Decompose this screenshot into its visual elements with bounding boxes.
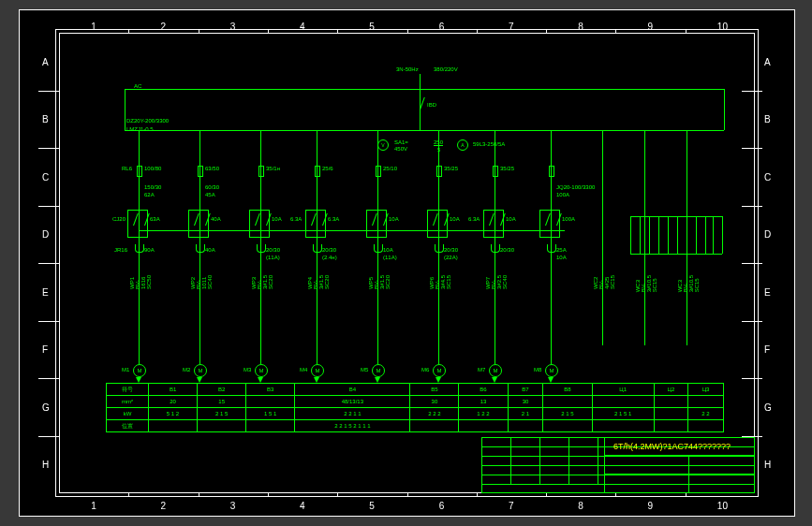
rating-label: 150/30 <box>144 184 161 190</box>
thermal-label: 40A <box>205 247 215 253</box>
zone-col-label: 5 <box>369 22 375 32</box>
wire-label: WP7 BV-3#2.5 SC40 <box>485 275 508 289</box>
drawing-title: 6T/h(4.2MW)?1AC744??????? <box>613 442 731 451</box>
zone-col-label: 7 <box>509 22 514 32</box>
rating-label: 60/30 <box>205 184 219 190</box>
zone-row-label: A <box>42 57 49 67</box>
spec2: LMZJ1-0.5 <box>126 126 154 132</box>
table-cell: 2 1 5 <box>198 408 246 420</box>
motor-icon: M <box>311 364 324 377</box>
parameter-table: 符号B1B2B3B4B5B6B7B8Ц1Ц2Ц3mm²201548/13/133… <box>106 383 724 432</box>
table-cell: 20 <box>149 396 198 408</box>
wire-label: WC3 BV-3#10.5 SC15 <box>635 275 657 292</box>
cad-canvas[interactable]: AABBCCDDEEFFGGHH 1122334455667788991010 … <box>19 9 795 517</box>
table-header-cell: 符号 <box>107 384 149 396</box>
branch-top-label: RL6 <box>122 166 132 171</box>
thermal-label: 10A <box>383 247 393 253</box>
wire-label: WC2 BV-4#25 SC15 <box>593 275 615 289</box>
zone-row-label: A <box>764 57 771 67</box>
rating-label: 35/25 <box>444 166 458 171</box>
bus-top <box>125 89 724 90</box>
rating-label: 100/80 <box>144 166 161 171</box>
zone-tick <box>615 493 616 497</box>
zone-row-label: F <box>764 344 770 355</box>
zone-col-label: 8 <box>578 501 583 511</box>
thermal-label: (2.4н) <box>322 255 337 260</box>
distribution-block <box>630 216 722 263</box>
zone-col-label: 3 <box>230 22 236 32</box>
thermal-label: 20/30 <box>444 247 458 253</box>
title-block: 6T/h(4.2MW)?1AC744??????? <box>481 437 755 493</box>
table-cell: 5 1 2 <box>149 408 198 420</box>
thermal-label: 25A <box>556 247 567 253</box>
table-cell: 48/13/13 <box>295 396 410 408</box>
table-cell: B7 <box>508 384 543 396</box>
motor-label: M8 <box>534 367 541 373</box>
motor-label: M5 <box>361 367 368 373</box>
wire-label: WP4 BV-3#1.5 SC20 <box>307 275 330 289</box>
wire-label: WP3 BV-3#1.5 SC20 <box>251 275 273 289</box>
ammeter-icon: A <box>457 139 468 151</box>
table-cell: 13 <box>459 396 508 408</box>
zone-col-label: 1 <box>91 501 96 511</box>
zone-col-label: 7 <box>509 501 514 511</box>
zone-tick <box>686 29 687 33</box>
zone-tick <box>742 148 759 149</box>
wire-label: WC3 BV-3#10.5 SC15 <box>677 275 700 292</box>
table-row: 符号B1B2B3B4B5B6B7B8Ц1Ц2Ц3 <box>107 384 724 396</box>
zone-tick <box>268 29 269 33</box>
rating-label: 35/1н <box>266 166 280 171</box>
zone-tick <box>742 378 759 379</box>
table-row: 位置2 2 1 5 2 1 1 1 <box>107 420 724 432</box>
zone-tick <box>742 91 759 92</box>
rating-label: 63/50 <box>205 166 219 171</box>
table-cell: B8 <box>543 384 592 396</box>
zone-tick <box>686 493 687 497</box>
motor-icon: M <box>433 364 446 377</box>
zone-tick <box>407 29 408 33</box>
table-cell: B3 <box>246 384 295 396</box>
table-cell <box>459 420 508 432</box>
thermal-label: (11A) <box>266 255 280 260</box>
thermal-icon <box>135 244 144 253</box>
zone-col-label: 6 <box>439 22 445 32</box>
table-cell <box>592 420 654 432</box>
wire-label: WP1 BV-1616 SC50 <box>129 275 152 289</box>
zone-tick <box>128 29 129 33</box>
zone-col-label: 10 <box>717 501 728 511</box>
zone-col-label: 8 <box>578 22 583 32</box>
ct-label: 59L3-250/5A <box>473 141 505 147</box>
thermal-icon <box>196 244 205 253</box>
thermal-icon <box>374 244 383 253</box>
table-row: mm²201548/13/13301330 <box>107 396 724 408</box>
table-cell: 2 1 5 1 <box>592 408 654 420</box>
zone-tick <box>407 493 408 497</box>
freq-label: 3N-50Hz <box>396 66 419 72</box>
contactor-label: 100A <box>562 216 575 222</box>
schematic: 3N-50Hz 380/220V AC IBD DZ20Y-200/3300 L… <box>106 66 724 366</box>
thermal-icon <box>313 244 322 253</box>
table-header-cell: mm² <box>107 396 149 408</box>
rating-label: 62A <box>144 192 155 197</box>
thermal-label: 90A <box>144 247 155 253</box>
thermal-icon <box>257 244 266 253</box>
zone-col-label: 3 <box>230 501 236 511</box>
contactor-label: 10A <box>272 216 282 222</box>
zone-tick <box>337 493 338 497</box>
rating-label: 25/10 <box>383 166 397 171</box>
table-cell: B4 <box>295 384 410 396</box>
zone-tick <box>38 263 55 264</box>
motor-label: M4 <box>300 367 307 373</box>
zone-col-label: 2 <box>160 22 166 32</box>
thermal-icon <box>547 244 556 253</box>
motor-icon: M <box>255 364 268 377</box>
thermal-label: JR16 <box>114 247 127 253</box>
sa-val: 450V <box>394 146 407 152</box>
table-cell: Ц2 <box>654 384 687 396</box>
table-cell: 15 <box>198 396 246 408</box>
zone-col-label: 5 <box>369 501 375 511</box>
motor-label: M3 <box>244 367 251 373</box>
table-cell <box>543 420 592 432</box>
table-row: kW5 1 22 1 51 5 12 2 1 12 2 21 2 22 12 1… <box>107 408 724 420</box>
contactor-label: CJ20 <box>112 216 125 222</box>
